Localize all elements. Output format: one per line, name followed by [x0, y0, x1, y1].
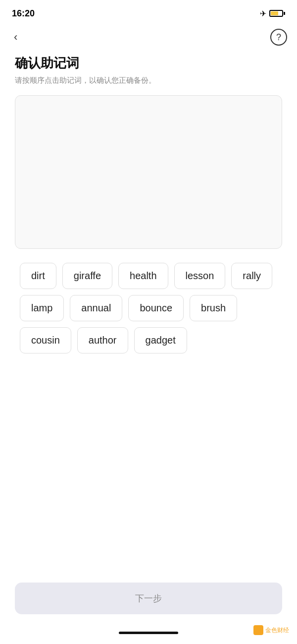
word-chip-annual[interactable]: annual	[70, 295, 122, 321]
word-chip-health[interactable]: health	[118, 263, 168, 289]
airplane-icon: ✈	[260, 9, 266, 18]
word-chip-author[interactable]: author	[77, 327, 128, 353]
watermark-text: 金色财经	[265, 626, 289, 635]
status-bar: 16:20 ✈	[0, 0, 297, 25]
help-button[interactable]: ?	[270, 29, 287, 46]
mnemonic-display-area	[15, 95, 282, 249]
bottom-area: 下一步	[15, 583, 282, 614]
page-title: 确认助记词	[15, 55, 282, 72]
back-button[interactable]: ‹	[10, 29, 21, 46]
word-chip-gadget[interactable]: gadget	[134, 327, 187, 353]
word-chip-giraffe[interactable]: giraffe	[62, 263, 112, 289]
page-subtitle: 请按顺序点击助记词，以确认您正确备份。	[15, 76, 282, 85]
word-chip-dirt[interactable]: dirt	[20, 263, 56, 289]
nav-bar: ‹ ?	[0, 25, 297, 50]
word-chip-brush[interactable]: brush	[190, 295, 237, 321]
word-chip-lamp[interactable]: lamp	[20, 295, 64, 321]
word-chip-cousin[interactable]: cousin	[20, 327, 71, 353]
word-chips-container: dirtgiraffehealthlessonrallylampannualbo…	[15, 263, 282, 353]
word-chip-bounce[interactable]: bounce	[128, 295, 184, 321]
watermark-logo	[253, 625, 263, 635]
word-chip-rally[interactable]: rally	[231, 263, 272, 289]
battery-icon	[269, 10, 285, 17]
word-chip-lesson[interactable]: lesson	[174, 263, 226, 289]
watermark: 金色财经	[253, 625, 289, 635]
home-indicator	[119, 632, 178, 634]
status-icons: ✈	[260, 9, 285, 18]
page-content: 确认助记词 请按顺序点击助记词，以确认您正确备份。 dirtgiraffehea…	[0, 50, 297, 353]
status-time: 16:20	[12, 8, 35, 19]
next-button[interactable]: 下一步	[15, 583, 282, 614]
